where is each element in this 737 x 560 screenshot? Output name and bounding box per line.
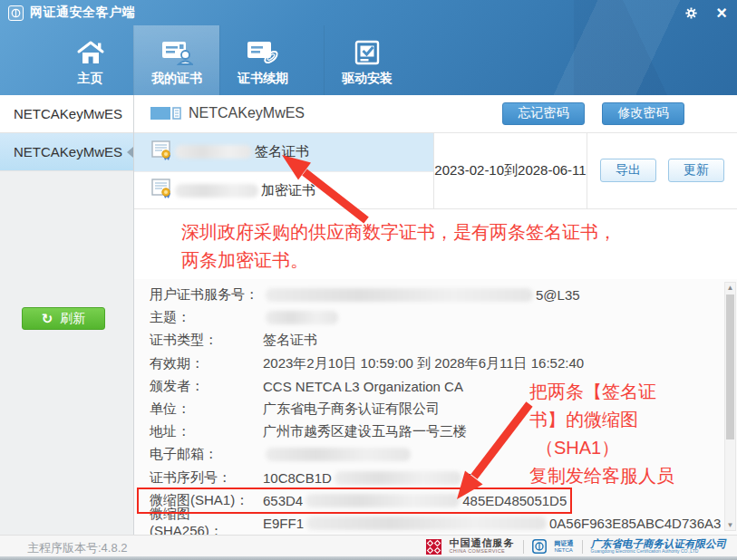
- nav-toolbar: 主页 我的证书: [0, 25, 737, 95]
- cert-signing-label: 签名证书: [255, 143, 309, 160]
- sidebar-item-netcakey-2[interactable]: NETCAKeyMwES: [0, 133, 133, 171]
- detail-row-cert-type: 证书类型： 签名证书: [134, 329, 737, 352]
- footer-logos: 中国通信服务 CHINA COMSERVICE 网证通 NETCA 广东省电子商…: [426, 538, 727, 556]
- version-text: 主程序版本号:4.8.2: [27, 540, 128, 556]
- app-logo-icon: [8, 5, 24, 21]
- tab-driver-install[interactable]: 驱动安装: [324, 25, 410, 95]
- china-comservice-logo-icon: [426, 539, 441, 555]
- tab-my-certs[interactable]: 我的证书: [133, 25, 219, 95]
- detail-row-validity: 有效期： 2023年2月10日 10:59:00 到 2028年6月11日 16…: [134, 352, 737, 375]
- redacted-cert-name: [175, 145, 252, 159]
- annotation-line: 两条加密证书。: [181, 246, 737, 275]
- detail-row-subject: 主题：: [134, 306, 737, 329]
- netca-client-window: 网证通安全客户端 ×: [0, 0, 737, 560]
- token-header: NETCAKeyMwES 忘记密码 修改密码: [134, 95, 737, 133]
- modify-password-button[interactable]: 修改密码: [602, 102, 684, 125]
- annotation-line: 复制发给客服人员: [529, 462, 736, 490]
- tab-home[interactable]: 主页: [47, 25, 133, 95]
- tab-home-label: 主页: [78, 71, 103, 87]
- cert-row-signing[interactable]: 签名证书: [134, 133, 433, 171]
- sidebar-item-netcakey-1[interactable]: NETCAKeyMwES: [0, 95, 133, 133]
- red-annotation-right: 把两条【签名证 书】的微缩图 （SHA1） 复制发给客服人员: [529, 378, 736, 490]
- certificate-card-icon: [160, 34, 193, 66]
- token-name: NETCAKeyMwES: [189, 105, 305, 121]
- titlebar: 网证通安全客户端 ×: [0, 0, 737, 25]
- certificate-list: 签名证书 加密证书: [134, 133, 737, 209]
- forgot-password-button[interactable]: 忘记密码: [502, 102, 585, 125]
- close-icon[interactable]: ×: [706, 2, 737, 24]
- cert-row-encryption[interactable]: 加密证书: [134, 171, 433, 209]
- driver-install-icon: [354, 34, 381, 66]
- refresh-label: 刷新: [60, 311, 85, 327]
- certificate-renew-icon: [246, 34, 280, 66]
- app-title: 网证通安全客户端: [30, 5, 135, 21]
- scrollbar-up-icon[interactable]: ▲: [725, 283, 735, 294]
- redacted-value: [266, 311, 338, 324]
- detail-row-sha256: 微缩图(SHA256)： E9FF10A56F963E85ABC4D736A3: [134, 512, 737, 535]
- redacted-cert-name: [175, 184, 258, 198]
- netca-logo-icon: [532, 539, 547, 554]
- home-icon: [75, 34, 106, 66]
- detail-row-service-no: 用户证书服务号： 5@L35: [134, 284, 737, 306]
- netca-label: 网证通: [555, 540, 574, 547]
- annotation-line: 书】的微缩图: [529, 406, 736, 434]
- certificate-seal-icon: [150, 178, 172, 203]
- refresh-button[interactable]: ↻刷新: [22, 307, 105, 330]
- cert-encryption-label: 加密证书: [261, 182, 315, 199]
- redacted-value: [266, 288, 533, 302]
- certificate-seal-icon: [150, 140, 172, 165]
- tab-renew[interactable]: 证书续期: [219, 25, 305, 95]
- redacted-value: [335, 471, 461, 485]
- export-button[interactable]: 导出: [600, 159, 656, 182]
- annotation-line: 深圳政府采购的供应商数字证书，是有两条签名证书，: [181, 218, 737, 246]
- redacted-value: [266, 448, 411, 461]
- tab-renew-label: 证书续期: [238, 71, 288, 87]
- refresh-icon: ↻: [42, 311, 53, 327]
- red-annotation-top: 深圳政府采购的供应商数字证书，是有两条签名证书， 两条加密证书。: [134, 209, 737, 279]
- validity-range: 2023-02-10到2028-06-11: [433, 133, 587, 208]
- redacted-value: [305, 494, 460, 507]
- status-bar: 主程序版本号:4.8.2 中国通信服务 CHINA COMSERVICE: [0, 535, 737, 560]
- scrollbar-down-icon[interactable]: ▼: [725, 519, 735, 530]
- tab-my-certs-label: 我的证书: [151, 71, 202, 87]
- settings-gear-icon[interactable]: [675, 2, 706, 24]
- sidebar: NETCAKeyMwES NETCAKeyMwES ↻刷新: [0, 95, 134, 535]
- update-button[interactable]: 更新: [668, 159, 724, 182]
- token-icon: [150, 105, 181, 121]
- redacted-value: [306, 517, 547, 530]
- header: 网证通安全客户端 ×: [0, 0, 737, 95]
- tab-driver-label: 驱动安装: [342, 71, 393, 87]
- annotation-line: 把两条【签名证: [529, 378, 736, 406]
- annotation-line: （SHA1）: [529, 434, 736, 462]
